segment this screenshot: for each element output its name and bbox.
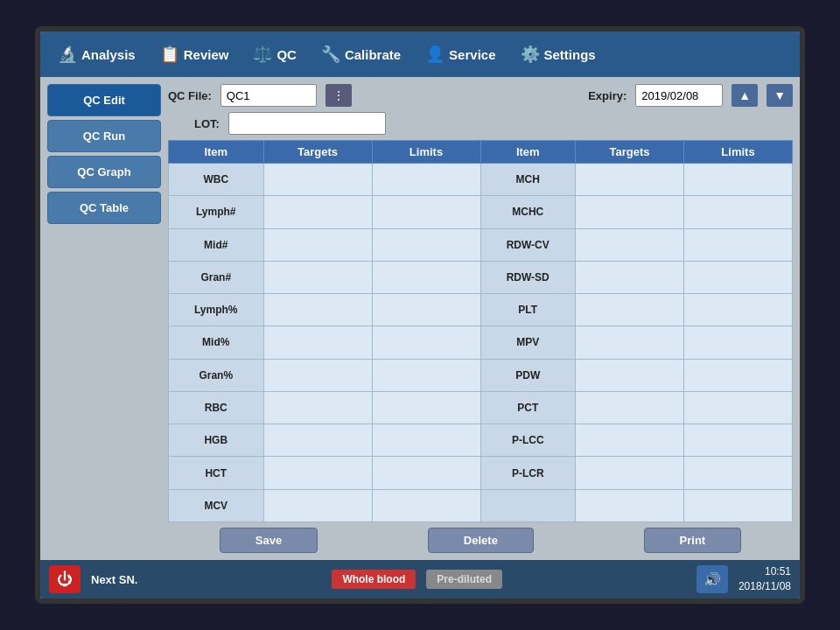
left-limits-cell[interactable] [372,489,480,522]
right-targets-cell[interactable] [576,196,684,228]
right-limits-cell[interactable] [684,326,793,359]
table-row: Mid#RDW-CV [169,228,793,261]
nav-service[interactable]: 👤 Service [415,39,506,69]
service-icon: 👤 [425,45,444,64]
right-limits-cell[interactable] [684,164,793,196]
print-button[interactable]: Print [644,528,742,553]
qc-file-input[interactable] [220,84,317,107]
left-limits-cell[interactable] [372,359,480,391]
nav-qc[interactable]: ⚖️ QC [242,39,307,69]
col-item-left: Item [169,141,264,164]
table-row: HCTP-LCR [169,457,793,489]
right-limits-cell[interactable] [684,196,793,228]
col-targets-right: Targets [576,141,684,164]
table-row: MCV [169,489,793,522]
table-row: Gran#RDW-SD [169,261,793,293]
right-targets-cell[interactable] [576,424,684,457]
right-targets-cell[interactable] [576,261,684,293]
sidebar-qc-table[interactable]: QC Table [47,192,161,224]
delete-button[interactable]: Delete [428,528,534,553]
expiry-down-button[interactable]: ▼ [766,84,793,107]
prediluted-button[interactable]: Pre-diluted [426,570,502,589]
right-item-cell: PCT [480,391,576,424]
action-buttons: Save Delete Print [168,528,793,553]
sidebar-qc-run[interactable]: QC Run [47,120,161,152]
left-limits-cell[interactable] [372,294,480,326]
right-targets-cell[interactable] [576,457,684,489]
right-targets-cell[interactable] [576,359,684,391]
right-item-cell [480,489,576,522]
sidebar-qc-edit[interactable]: QC Edit [47,84,161,116]
right-item-cell: P-LCC [480,424,576,457]
col-limits-right: Limits [684,141,793,164]
nav-calibrate[interactable]: 🔧 Calibrate [311,39,411,69]
time-display: 10:51 [738,564,791,579]
left-targets-cell[interactable] [263,424,372,457]
left-limits-cell[interactable] [372,424,480,457]
data-tables: Item Targets Limits Item Targets Limits … [168,140,793,522]
left-item-cell: HGB [169,424,264,457]
left-limits-cell[interactable] [372,457,480,489]
right-limits-cell[interactable] [684,261,793,293]
left-limits-cell[interactable] [372,196,480,228]
left-targets-cell[interactable] [263,261,372,293]
left-targets-cell[interactable] [263,196,372,228]
next-sn-label: Next SN. [91,573,137,586]
sidebar: QC Edit QC Run QC Graph QC Table [47,84,161,553]
left-item-cell: Gran# [169,261,264,293]
sound-button[interactable]: 🔊 [696,565,728,593]
left-targets-cell[interactable] [263,228,372,261]
right-limits-cell[interactable] [684,294,793,326]
left-item-cell: Mid# [169,228,264,261]
left-item-cell: Mid% [169,326,264,359]
nav-review[interactable]: 📋 Review [150,39,240,69]
left-targets-cell[interactable] [263,391,372,424]
qc-icon: ⚖️ [253,45,272,64]
right-targets-cell[interactable] [576,228,684,261]
left-item-cell: MCV [169,489,264,522]
left-targets-cell[interactable] [263,457,372,489]
left-limits-cell[interactable] [372,326,480,359]
right-limits-cell[interactable] [684,391,793,424]
col-item-right: Item [480,141,576,164]
table-row: Lymph#MCHC [169,196,793,228]
time-block: 10:51 2018/11/08 [738,564,791,594]
left-targets-cell[interactable] [263,489,372,522]
left-limits-cell[interactable] [372,391,480,424]
nav-settings[interactable]: ⚙️ Settings [510,39,606,69]
sidebar-qc-graph[interactable]: QC Graph [47,156,161,188]
right-targets-cell[interactable] [576,294,684,326]
expiry-up-button[interactable]: ▲ [732,84,758,107]
right-limits-cell[interactable] [684,228,793,261]
nav-analysis[interactable]: 🔬 Analysis [47,39,146,69]
whole-blood-button[interactable]: Whole blood [332,570,416,589]
left-limits-cell[interactable] [372,261,480,293]
right-targets-cell[interactable] [576,489,684,522]
right-targets-cell[interactable] [576,391,684,424]
lot-label: LOT: [194,117,220,130]
calibrate-icon: 🔧 [321,45,340,64]
right-limits-cell[interactable] [684,489,793,522]
settings-icon: ⚙️ [521,45,540,64]
qc-file-menu-button[interactable]: ⋮ [326,84,352,107]
right-limits-cell[interactable] [684,359,793,391]
content-panel: QC File: ⋮ Expiry: ▲ ▼ LOT: Item [168,84,793,553]
left-targets-cell[interactable] [263,294,372,326]
left-targets-cell[interactable] [263,359,372,391]
expiry-input[interactable] [635,84,723,107]
right-limits-cell[interactable] [684,457,793,489]
right-targets-cell[interactable] [576,326,684,359]
left-targets-cell[interactable] [263,326,372,359]
left-targets-cell[interactable] [263,164,372,196]
right-targets-cell[interactable] [576,164,684,196]
qc-data-table: Item Targets Limits Item Targets Limits … [168,140,793,522]
lot-input[interactable] [228,112,386,135]
power-button[interactable]: ⏻ [49,565,80,593]
date-display: 2018/11/08 [738,579,791,594]
right-limits-cell[interactable] [684,424,793,457]
left-limits-cell[interactable] [372,164,480,196]
left-item-cell: RBC [169,391,264,424]
left-limits-cell[interactable] [372,228,480,261]
col-targets-left: Targets [263,141,372,164]
save-button[interactable]: Save [220,528,318,553]
